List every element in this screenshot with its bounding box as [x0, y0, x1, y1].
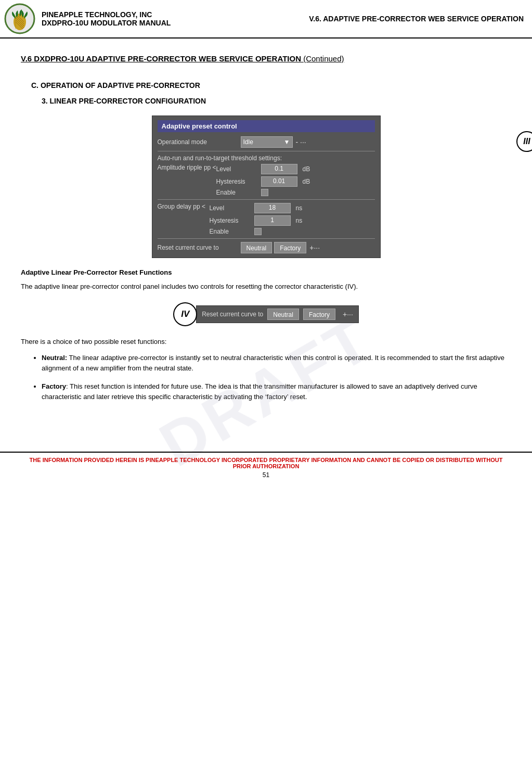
- mini-neutral-button[interactable]: Neutral: [267, 309, 299, 320]
- panel-dots-bottom: +···: [309, 243, 320, 252]
- reset-label: Reset current curve to: [158, 244, 241, 251]
- neutral-text: The linear adaptive pre-corrector is ins…: [42, 354, 504, 372]
- manual-name: DXDPRO-10U MODULATOR MANUAL: [42, 19, 200, 27]
- callout-IV: IV: [173, 302, 197, 326]
- amplitude-ripple-fields: Level 0.1 dB Hysteresis 0.01 dB Enable: [216, 164, 310, 196]
- footer-page-number: 51: [21, 471, 511, 479]
- neutral-bullet: Neutral: The linear adaptive pre-correct…: [42, 353, 511, 373]
- gd-hysteresis-unit: ns: [296, 217, 303, 224]
- mini-panel-dots: +···: [343, 310, 353, 318]
- paragraph-1: The adaptive linear pre-corrector contro…: [21, 281, 511, 292]
- company-name: PINEAPPLE TECHNOLOGY, INC: [42, 10, 200, 19]
- page-footer: THE INFORMATION PROVIDED HEREIN IS PINEA…: [0, 452, 532, 484]
- amplitude-ripple-section: Amplitude ripple pp < Level 0.1 dB Hyste…: [158, 164, 375, 196]
- amplitude-enable-row: Enable: [216, 189, 310, 196]
- level-label: Level: [216, 165, 258, 173]
- mini-reset-panel: Reset current curve to Neutral Factory +…: [196, 305, 359, 323]
- operational-mode-row: Operational mode Idle ▼ - ···: [158, 136, 375, 148]
- mini-reset-label: Reset current curve to: [202, 311, 263, 318]
- amplitude-hysteresis-input[interactable]: 0.01: [261, 176, 297, 187]
- neutral-term: Neutral:: [42, 354, 67, 362]
- panel-divider-3: [158, 238, 375, 239]
- adaptive-preset-control-panel: Adaptive preset control Operational mode…: [152, 116, 381, 258]
- enable-label-1: Enable: [216, 189, 258, 196]
- amplitude-hysteresis-unit: dB: [303, 178, 310, 185]
- page-header: PINEAPPLE TECHNOLOGY, INC DXDPRO-10U MOD…: [0, 0, 532, 39]
- reset-row: Reset current curve to Neutral Factory +…: [158, 242, 375, 253]
- callout-III: III: [516, 131, 532, 152]
- panel-dots-top: - ···: [296, 138, 306, 146]
- enable-label-2: Enable: [210, 228, 251, 235]
- gd-level-unit: ns: [296, 204, 303, 212]
- threshold-label: Auto-run and run-to-target threshold set…: [158, 155, 375, 162]
- panel-title: Adaptive preset control: [158, 120, 375, 132]
- gd-level-input[interactable]: 18: [254, 203, 291, 213]
- subsection-3-label: 3. LINEAR PRE-CORRECTOR CONFIGURATION: [42, 97, 511, 105]
- operational-mode-select[interactable]: Idle ▼: [241, 136, 293, 148]
- gd-enable-checkbox[interactable]: [254, 228, 262, 235]
- subsection-c-label: C. OPERATION OF ADAPTIVE PRE-CORRECTOR: [31, 81, 511, 89]
- factory-bullet: Factory: This reset function is intended…: [42, 381, 511, 402]
- header-section-title: V.6. ADAPTIVE PRE-CORRECTOR WEB SERVICE …: [206, 15, 524, 23]
- hysteresis-label: Hysteresis: [216, 178, 258, 185]
- amplitude-level-unit: dB: [303, 165, 310, 173]
- group-delay-label: Group delay pp <: [158, 203, 210, 210]
- neutral-button[interactable]: Neutral: [241, 242, 273, 253]
- header-text-block: PINEAPPLE TECHNOLOGY, INC DXDPRO-10U MOD…: [42, 10, 200, 27]
- amplitude-enable-checkbox[interactable]: [261, 189, 268, 196]
- gd-level-label: Level: [210, 204, 251, 212]
- panel-divider-2: [158, 199, 375, 200]
- main-content: V.6 DXDPRO-10U ADAPTIVE PRE-CORRECTOR WE…: [0, 39, 532, 420]
- gd-level-row: Level 18 ns: [210, 203, 303, 213]
- factory-button[interactable]: Factory: [274, 242, 306, 253]
- mini-factory-button[interactable]: Factory: [303, 309, 335, 320]
- iv-callout-container: IV Reset current curve to Neutral Factor…: [21, 302, 511, 326]
- amplitude-level-row: Level 0.1 dB: [216, 164, 310, 174]
- amplitude-ripple-label: Amplitude ripple pp <: [158, 164, 216, 171]
- factory-term: Factory: [42, 382, 66, 390]
- factory-text: This reset function is intended for futu…: [42, 382, 477, 401]
- panel-container: Adaptive preset control Operational mode…: [21, 116, 511, 258]
- adaptive-title: Adaptive Linear Pre-Corrector Reset Func…: [21, 268, 511, 276]
- footer-warning: THE INFORMATION PROVIDED HEREIN IS PINEA…: [21, 457, 511, 469]
- amplitude-hysteresis-row: Hysteresis 0.01 dB: [216, 176, 310, 187]
- group-delay-fields: Level 18 ns Hysteresis 1 ns Enable: [210, 203, 303, 235]
- gd-hysteresis-input[interactable]: 1: [254, 215, 291, 226]
- panel-divider-1: [158, 151, 375, 151]
- section-title: V.6 DXDPRO-10U ADAPTIVE PRE-CORRECTOR WE…: [21, 54, 511, 63]
- group-delay-section: Group delay pp < Level 18 ns Hysteresis …: [158, 203, 375, 235]
- gd-hysteresis-row: Hysteresis 1 ns: [210, 215, 303, 226]
- paragraph-2: There is a choice of two possible reset …: [21, 337, 511, 347]
- gd-hysteresis-label: Hysteresis: [210, 217, 251, 224]
- operational-mode-label: Operational mode: [158, 138, 241, 146]
- gd-enable-row: Enable: [210, 228, 303, 235]
- reset-functions-list: Neutral: The linear adaptive pre-correct…: [42, 353, 511, 402]
- company-logo: [4, 3, 35, 34]
- amplitude-level-input[interactable]: 0.1: [261, 164, 297, 174]
